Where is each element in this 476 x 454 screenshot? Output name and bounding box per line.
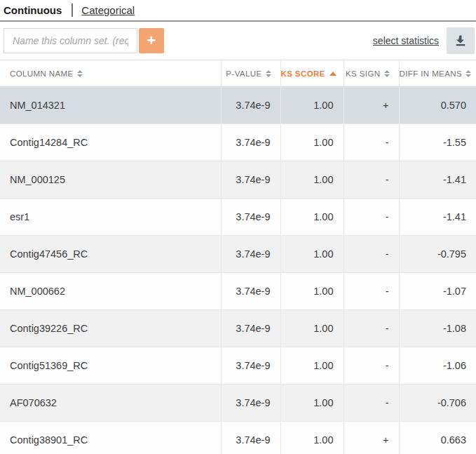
cell-p-value: 3.74e-9 <box>221 236 280 273</box>
cell-p-value: 3.74e-9 <box>221 161 280 199</box>
statistics-table: COLUMN NAME P-VALUE KS SCORE KS SIGN DIF… <box>0 60 476 454</box>
cell-diff-in-means: -1.08 <box>399 310 476 347</box>
column-header-ks-score[interactable]: KS SCORE <box>280 60 344 87</box>
column-header-column-name[interactable]: COLUMN NAME <box>0 60 221 87</box>
cell-ks-sign: - <box>344 199 399 236</box>
cell-column-name: Contig14284_RC <box>0 124 221 161</box>
cell-column-name: NM_000125 <box>0 161 221 199</box>
cell-column-name: Contig38901_RC <box>0 422 221 454</box>
sort-icon <box>77 70 83 77</box>
column-header-label: COLUMN NAME <box>10 69 74 78</box>
cell-p-value: 3.74e-9 <box>221 347 280 385</box>
download-button[interactable] <box>447 27 475 54</box>
cell-ks-sign: - <box>344 236 399 273</box>
cell-ks-score: 1.00 <box>280 273 344 310</box>
cell-column-name: NM_000662 <box>0 273 221 310</box>
table-row[interactable]: AF070632 3.74e-9 1.00 - -0.706 <box>0 385 476 422</box>
cell-ks-sign: - <box>344 310 399 347</box>
cell-ks-score: 1.00 <box>280 161 344 199</box>
tab-bar: Continuous Categorical <box>0 0 476 20</box>
table-row[interactable]: Contig39226_RC 3.74e-9 1.00 - -1.08 <box>0 310 476 347</box>
controls-right-group: select statistics <box>373 27 475 54</box>
table-row[interactable]: Contig38901_RC 3.74e-9 1.00 + 0.663 <box>0 422 476 454</box>
cell-ks-sign: - <box>344 161 399 199</box>
cell-diff-in-means: -1.55 <box>399 124 476 161</box>
cell-column-name: Contig39226_RC <box>0 310 221 347</box>
cell-p-value: 3.74e-9 <box>221 273 280 310</box>
cell-diff-in-means: -0.795 <box>399 236 476 273</box>
table-row[interactable]: Contig51369_RC 3.74e-9 1.00 - -1.06 <box>0 347 476 385</box>
cell-ks-score: 1.00 <box>280 87 344 124</box>
table-row[interactable]: NM_000662 3.74e-9 1.00 - -1.07 <box>0 273 476 310</box>
cell-diff-in-means: 0.663 <box>399 422 476 454</box>
cell-diff-in-means: -1.41 <box>399 161 476 199</box>
column-header-label: DIFF IN MEANS <box>400 69 463 78</box>
cell-p-value: 3.74e-9 <box>221 87 280 124</box>
column-header-ks-sign[interactable]: KS SIGN <box>344 60 399 87</box>
cell-p-value: 3.74e-9 <box>221 124 280 161</box>
sort-icon <box>266 70 271 77</box>
cell-ks-sign: - <box>344 124 399 161</box>
cell-ks-score: 1.00 <box>280 236 344 273</box>
cell-ks-score: 1.00 <box>280 124 344 161</box>
cell-p-value: 3.74e-9 <box>221 310 280 347</box>
table-row[interactable]: NM_014321 3.74e-9 1.00 + 0.570 <box>0 87 476 124</box>
cell-column-name: Contig47456_RC <box>0 236 221 273</box>
cell-column-name: NM_014321 <box>0 87 221 124</box>
cell-ks-sign: - <box>344 385 399 422</box>
cell-column-name: esr1 <box>0 199 221 236</box>
cell-ks-score: 1.00 <box>280 385 344 422</box>
cell-diff-in-means: 0.570 <box>399 87 476 124</box>
cell-diff-in-means: -1.41 <box>399 199 476 236</box>
cell-ks-sign: - <box>344 273 399 310</box>
sort-ascending-icon <box>329 72 336 76</box>
cell-column-name: AF070632 <box>0 385 221 422</box>
tab-categorical[interactable]: Categorical <box>81 4 135 16</box>
cell-column-name: Contig51369_RC <box>0 347 221 385</box>
download-icon <box>454 34 467 47</box>
cell-ks-score: 1.00 <box>280 422 344 454</box>
sort-icon <box>384 70 390 77</box>
cell-p-value: 3.74e-9 <box>221 422 280 454</box>
cell-diff-in-means: -1.06 <box>399 347 476 385</box>
column-header-label: KS SCORE <box>281 69 325 78</box>
controls-row: + select statistics <box>0 22 476 60</box>
column-header-label: P-VALUE <box>226 69 261 78</box>
table-row[interactable]: Contig14284_RC 3.74e-9 1.00 - -1.55 <box>0 124 476 161</box>
column-header-p-value[interactable]: P-VALUE <box>221 60 280 87</box>
table-header-row: COLUMN NAME P-VALUE KS SCORE KS SIGN DIF… <box>0 60 476 87</box>
table-row[interactable]: NM_000125 3.74e-9 1.00 - -1.41 <box>0 161 476 199</box>
table-row[interactable]: esr1 3.74e-9 1.00 - -1.41 <box>0 199 476 236</box>
cell-ks-score: 1.00 <box>280 310 344 347</box>
add-column-set-button[interactable]: + <box>139 28 164 53</box>
select-statistics-link[interactable]: select statistics <box>373 35 439 46</box>
cell-diff-in-means: -1.07 <box>399 273 476 310</box>
cell-ks-score: 1.00 <box>280 199 344 236</box>
table-row[interactable]: Contig47456_RC 3.74e-9 1.00 - -0.795 <box>0 236 476 273</box>
cell-ks-score: 1.00 <box>280 347 344 385</box>
cell-p-value: 3.74e-9 <box>221 199 280 236</box>
sort-icon <box>465 70 471 77</box>
column-set-name-input[interactable] <box>4 28 137 53</box>
cell-ks-sign: + <box>344 422 399 454</box>
cell-diff-in-means: -0.706 <box>399 385 476 422</box>
tab-divider <box>72 4 73 17</box>
column-header-diff-in-means[interactable]: DIFF IN MEANS <box>399 60 476 87</box>
cell-ks-sign: + <box>344 87 399 124</box>
tab-continuous[interactable]: Continuous <box>4 4 62 16</box>
column-header-label: KS SIGN <box>346 69 380 78</box>
cell-ks-sign: - <box>344 347 399 385</box>
cell-p-value: 3.74e-9 <box>221 385 280 422</box>
